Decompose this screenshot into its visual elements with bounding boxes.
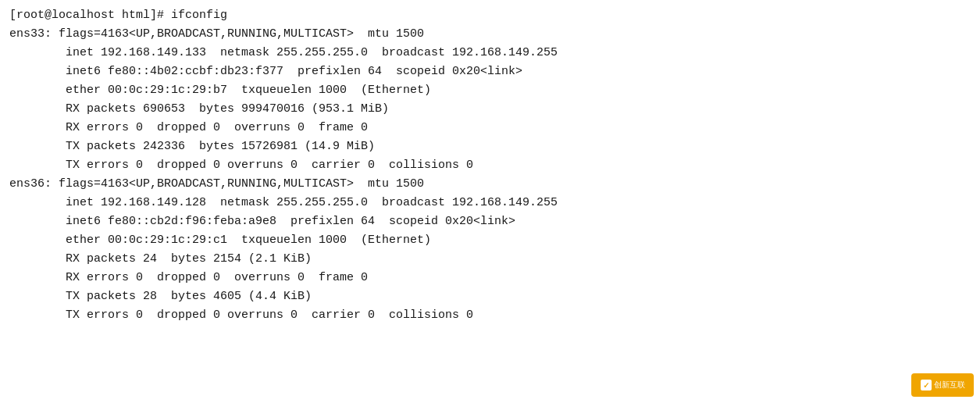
output-lines: [root@localhost html]# ifconfigens33: fl… (9, 6, 971, 325)
terminal-line-cmd-line: [root@localhost html]# ifconfig (9, 6, 971, 25)
terminal-line-ens33-tx-errors: TX errors 0 dropped 0 overruns 0 carrier… (9, 156, 971, 175)
terminal-line-ens33-rx-packets: RX packets 690653 bytes 999470016 (953.1… (9, 100, 971, 119)
terminal-line-ens36-tx-packets: TX packets 28 bytes 4605 (4.4 KiB) (9, 287, 971, 306)
terminal-line-ens36-rx-packets: RX packets 24 bytes 2154 (2.1 KiB) (9, 250, 971, 269)
watermark-inner: ✓ 创新互联 (921, 380, 965, 391)
terminal-line-ens33-rx-errors: RX errors 0 dropped 0 overruns 0 frame 0 (9, 119, 971, 137)
watermark-badge: ✓ 创新互联 (911, 373, 974, 397)
watermark-check-icon: ✓ (921, 380, 932, 391)
terminal-line-ens33-inet6: inet6 fe80::4b02:ccbf:db23:f377 prefixle… (9, 62, 971, 81)
terminal-line-ens36-inet6: inet6 fe80::cb2d:f96:feba:a9e8 prefixlen… (9, 212, 971, 231)
terminal-line-ens36-tx-errors: TX errors 0 dropped 0 overruns 0 carrier… (9, 306, 971, 325)
terminal-line-ens33-inet: inet 192.168.149.133 netmask 255.255.255… (9, 44, 971, 62)
terminal-line-ens36-header: ens36: flags=4163<UP,BROADCAST,RUNNING,M… (9, 175, 971, 194)
terminal-container: [root@localhost html]# ifconfigens33: fl… (0, 0, 980, 403)
terminal-line-ens36-inet: inet 192.168.149.128 netmask 255.255.255… (9, 194, 971, 212)
terminal-line-ens33-tx-packets: TX packets 242336 bytes 15726981 (14.9 M… (9, 137, 971, 156)
terminal-line-ens36-rx-errors: RX errors 0 dropped 0 overruns 0 frame 0 (9, 269, 971, 287)
terminal-line-ens36-ether: ether 00:0c:29:1c:29:c1 txqueuelen 1000 … (9, 231, 971, 250)
watermark-text: 创新互联 (934, 380, 965, 391)
terminal-line-ens33-header: ens33: flags=4163<UP,BROADCAST,RUNNING,M… (9, 25, 971, 44)
terminal-line-ens33-ether: ether 00:0c:29:1c:29:b7 txqueuelen 1000 … (9, 81, 971, 100)
